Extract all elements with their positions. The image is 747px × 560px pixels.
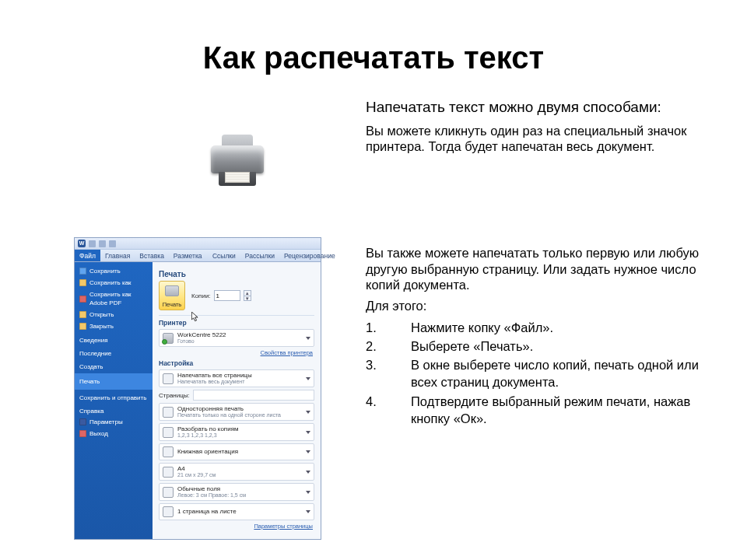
- step-item: Нажмите копку «Файл».: [366, 319, 700, 336]
- pages-input[interactable]: [193, 390, 314, 401]
- print-heading: Печать: [159, 270, 314, 278]
- page-setup-link[interactable]: Параметры страницы: [159, 523, 313, 530]
- printer-status-icon: [163, 333, 174, 344]
- chevron-down-icon: [306, 411, 310, 414]
- setting-title: Книжная ориентация: [177, 449, 238, 455]
- sidebar-item-share[interactable]: Сохранить и отправить: [75, 390, 153, 403]
- setting-pages-per-sheet[interactable]: 1 страница на листе: [159, 503, 314, 520]
- setting-subtitle: Печатать только на одной стороне листа: [177, 412, 281, 418]
- tab-pagelayout[interactable]: Разметка страницы: [169, 250, 208, 261]
- options-icon: [79, 418, 86, 425]
- sidebar-label: Сохранить как Adobe PDF: [89, 290, 148, 307]
- setting-sides[interactable]: Односторонняя печать Печатать только на …: [159, 403, 314, 421]
- setting-title: Напечатать все страницы: [177, 373, 252, 379]
- nup-icon: [163, 506, 174, 517]
- one-side-icon: [163, 407, 174, 418]
- method2-text: Вы также можете напечатать только первую…: [366, 245, 700, 293]
- sidebar-item-help[interactable]: Справка: [75, 403, 153, 416]
- saveas-icon: [79, 279, 86, 286]
- step-item: В окне выберете число копий, печать одно…: [366, 356, 700, 391]
- steps-list: Нажмите копку «Файл». Выберете «Печать».…: [366, 319, 700, 428]
- orientation-icon: [163, 446, 174, 457]
- pages-label: Страницы:: [159, 392, 190, 399]
- printer-selector[interactable]: WorkCentre 5222 Готово: [159, 329, 314, 347]
- setting-title: Односторонняя печать: [177, 406, 281, 412]
- paper-size-icon: [163, 467, 174, 478]
- backstage-sidebar: Сохранить Сохранить как Сохранить как Ad…: [75, 262, 153, 539]
- setting-subtitle: Напечатать весь документ: [177, 379, 252, 384]
- sidebar-item-close[interactable]: Закрыть: [75, 320, 153, 332]
- copies-label: Копии:: [191, 292, 211, 299]
- printer-name: WorkCentre 5222: [177, 332, 226, 338]
- sidebar-label: Выход: [89, 429, 108, 438]
- tab-references[interactable]: Ссылки: [208, 250, 240, 261]
- setting-margins[interactable]: Обычные поля Левое: 3 см Правое: 1,5 см: [159, 483, 314, 501]
- chevron-down-icon: [306, 471, 310, 474]
- sidebar-item-open[interactable]: Открыть: [75, 309, 153, 320]
- for-this-text: Для этого:: [366, 298, 700, 314]
- collate-icon: [163, 427, 174, 438]
- close-icon: [79, 323, 86, 330]
- sidebar-label: Закрыть: [89, 322, 114, 331]
- printer-icon: [165, 285, 179, 296]
- qat-redo-icon: [109, 240, 116, 247]
- sidebar-label: Параметры: [89, 418, 123, 426]
- exit-icon: [79, 430, 86, 437]
- method1-text: Вы можете кликнуть один раз на специальн…: [366, 123, 700, 155]
- word-titlebar: W: [75, 238, 321, 249]
- setting-subtitle: 21 см x 29,7 см: [177, 472, 216, 478]
- sidebar-item-saveas[interactable]: Сохранить как: [75, 277, 153, 289]
- tab-home[interactable]: Главная: [100, 250, 135, 261]
- sidebar-label: Сохранить: [89, 267, 121, 275]
- sidebar-item-print[interactable]: Печать: [75, 373, 153, 390]
- setting-paper-size[interactable]: A4 21 см x 29,7 см: [159, 463, 314, 481]
- settings-heading: Настройка: [159, 359, 314, 367]
- qat-save-icon: [89, 240, 96, 247]
- sidebar-item-options[interactable]: Параметры: [75, 416, 153, 428]
- setting-print-range[interactable]: Напечатать все страницы Напечатать весь …: [159, 369, 314, 387]
- sidebar-item-exit[interactable]: Выход: [75, 428, 153, 439]
- print-button-label: Печать: [163, 301, 182, 308]
- tab-insert[interactable]: Вставка: [135, 250, 169, 261]
- word-window-screenshot: W Файл Главная Вставка Разметка страницы…: [74, 237, 321, 540]
- setting-subtitle: 1,2,3 1,2,3 1,2,3: [177, 432, 239, 438]
- sidebar-label: Печать: [79, 377, 100, 386]
- margins-icon: [163, 487, 174, 498]
- tab-file[interactable]: Файл: [75, 250, 100, 261]
- copies-spinner[interactable]: ▲▼: [244, 290, 251, 301]
- sidebar-item-recent[interactable]: Последние: [75, 345, 153, 359]
- sidebar-item-saveas-pdf[interactable]: Сохранить как Adobe PDF: [75, 289, 153, 309]
- setting-title: Обычные поля: [177, 486, 246, 492]
- setting-title: A4: [177, 466, 216, 472]
- setting-title: 1 страница на листе: [177, 509, 237, 515]
- tab-mailings[interactable]: Рассылки: [240, 250, 279, 261]
- step-item: Подтвердите выбранный режим печати, нажа…: [366, 393, 700, 428]
- print-button[interactable]: Печать: [159, 281, 185, 310]
- chevron-down-icon: [306, 450, 310, 453]
- sidebar-label: Открыть: [89, 310, 114, 319]
- printer-illustration: [206, 130, 268, 186]
- setting-orientation[interactable]: Книжная ориентация: [159, 443, 314, 460]
- slide-title: Как распечатать текст: [0, 0, 747, 99]
- print-pane: Печать Печать Копии: ▲▼: [153, 262, 321, 539]
- setting-subtitle: Левое: 3 см Правое: 1,5 см: [177, 492, 246, 498]
- sidebar-item-info[interactable]: Сведения: [75, 332, 153, 345]
- chevron-down-icon: [306, 377, 310, 380]
- printer-status: Готово: [177, 338, 226, 344]
- sidebar-item-new[interactable]: Создать: [75, 359, 153, 372]
- chevron-down-icon: [306, 337, 310, 340]
- intro-text: Напечатать текст можно двумя способами:: [366, 99, 700, 117]
- open-icon: [79, 311, 86, 318]
- pdf-icon: [79, 296, 86, 303]
- word-app-icon: W: [78, 240, 86, 247]
- sidebar-label: Сохранить как: [89, 278, 132, 287]
- setting-collate[interactable]: Разобрать по копиям 1,2,3 1,2,3 1,2,3: [159, 423, 314, 441]
- printer-properties-link[interactable]: Свойства принтера: [159, 349, 313, 356]
- qat-undo-icon: [99, 240, 106, 247]
- copies-input[interactable]: [214, 290, 240, 301]
- printer-section-heading: Принтер: [159, 319, 314, 327]
- chevron-down-icon: [306, 491, 310, 494]
- step-item: Выберете «Печать».: [366, 338, 700, 355]
- chevron-down-icon: [306, 431, 310, 434]
- sidebar-item-save[interactable]: Сохранить: [75, 265, 153, 277]
